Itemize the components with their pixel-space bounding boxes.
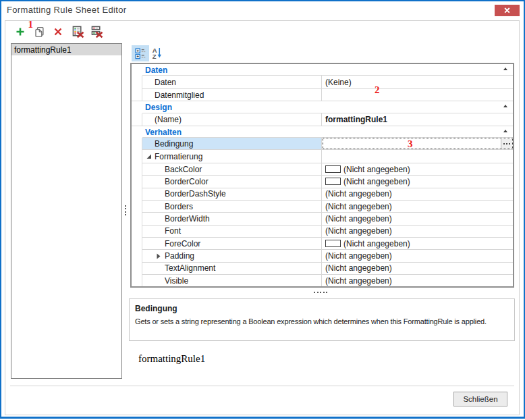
row-gutter	[132, 113, 142, 126]
property-row[interactable]: TextAlignment(Nicht angegeben)	[132, 263, 513, 275]
footer-separator	[10, 386, 514, 386]
property-row[interactable]: BackColor(Nicht angegeben)	[132, 163, 513, 176]
property-row[interactable]: Visible(Nicht angegeben)	[132, 275, 513, 286]
property-name[interactable]: Bedingung	[142, 138, 322, 150]
property-name[interactable]: BorderWidth	[142, 213, 322, 225]
description-title: Bedingung	[135, 304, 177, 313]
property-row[interactable]: Font(Nicht angegeben)	[132, 226, 513, 238]
property-row[interactable]: ForeColor(Nicht angegeben)	[132, 238, 513, 250]
collapsed-glyph-icon[interactable]	[157, 253, 161, 259]
close-icon	[504, 7, 510, 14]
row-gutter	[132, 250, 142, 262]
property-value[interactable]: (Nicht angegeben)	[322, 238, 513, 250]
rule-list-item[interactable]: formattingRule1	[11, 44, 121, 55]
annotation-3: 3	[408, 139, 413, 149]
property-row[interactable]: Formatierung	[132, 150, 513, 163]
horizontal-splitter[interactable]	[314, 292, 327, 293]
color-swatch	[325, 240, 341, 247]
property-grid: DatenDaten(Keine)DatenmitgliedDesign(Nam…	[130, 63, 514, 288]
property-value[interactable]: (Nicht angegeben)	[322, 188, 513, 201]
category-row[interactable]: Design	[132, 101, 513, 113]
property-row[interactable]: (Name)formattingRule1	[132, 113, 513, 126]
copy-rule-button[interactable]	[34, 26, 45, 37]
rule-list: formattingRule1	[11, 43, 122, 379]
row-gutter	[132, 275, 142, 286]
rule-preview-text: formattingRule1	[138, 353, 205, 365]
ellipsis-button[interactable]	[501, 139, 512, 149]
property-name[interactable]: Padding	[142, 250, 322, 262]
row-gutter	[132, 201, 142, 213]
svg-text:Z: Z	[153, 53, 157, 59]
property-value[interactable]	[322, 138, 513, 150]
row-gutter	[132, 176, 142, 188]
row-gutter	[132, 238, 142, 250]
property-value[interactable]	[322, 89, 513, 101]
row-gutter	[132, 213, 142, 225]
category-label: Design	[132, 101, 172, 113]
delete-sheet-rules-button[interactable]	[72, 26, 85, 38]
annotation-2: 2	[375, 85, 380, 95]
property-value[interactable]: (Nicht angegeben)	[322, 163, 513, 176]
row-gutter	[132, 226, 142, 238]
property-description-panel: Bedingung Gets or sets a string represen…	[129, 298, 515, 341]
property-name[interactable]: Daten	[142, 76, 322, 89]
row-gutter	[132, 163, 142, 176]
property-row[interactable]: BorderColor(Nicht angegeben)	[132, 176, 513, 188]
condition-editor[interactable]	[323, 138, 513, 149]
color-swatch	[325, 165, 341, 173]
vertical-splitter[interactable]	[125, 205, 126, 217]
property-value[interactable]: (Keine)	[322, 76, 513, 89]
property-name[interactable]: ForeColor	[142, 238, 322, 250]
delete-rule-button[interactable]	[54, 28, 62, 36]
category-label: Daten	[132, 64, 167, 76]
row-gutter	[132, 263, 142, 275]
row-gutter	[132, 150, 142, 163]
category-label: Verhalten	[132, 126, 182, 138]
property-name[interactable]: BackColor	[142, 163, 322, 176]
row-gutter	[132, 76, 142, 89]
property-value[interactable]: (Nicht angegeben)	[322, 275, 513, 286]
property-name[interactable]: Font	[142, 226, 322, 238]
property-value[interactable]: formattingRule1	[322, 113, 513, 126]
property-name[interactable]: TextAlignment	[142, 263, 322, 275]
property-value[interactable]: (Nicht angegeben)	[322, 250, 513, 262]
category-row[interactable]: Daten	[132, 64, 513, 76]
property-value[interactable]: (Nicht angegeben)	[322, 226, 513, 238]
az-sort-icon: A Z	[152, 47, 163, 59]
property-row[interactable]: Daten(Keine)	[132, 76, 513, 89]
categorized-view-button[interactable]	[132, 45, 149, 61]
categorized-icon	[135, 48, 146, 59]
collapse-arrow-icon[interactable]	[503, 105, 507, 107]
delete-row-rules-button[interactable]	[91, 26, 104, 38]
alphabetical-sort-button[interactable]: A Z	[150, 45, 165, 61]
category-row[interactable]: Verhalten	[132, 126, 513, 138]
row-gutter	[132, 138, 142, 150]
property-value[interactable]: (Nicht angegeben)	[322, 201, 513, 213]
property-row[interactable]: Borders(Nicht angegeben)	[132, 201, 513, 213]
window-close-button[interactable]	[495, 5, 520, 16]
property-value[interactable]: (Nicht angegeben)	[322, 213, 513, 225]
property-name[interactable]: BorderColor	[142, 176, 322, 188]
property-row[interactable]: Datenmitglied	[132, 89, 513, 101]
property-name[interactable]: Visible	[142, 275, 322, 286]
property-name[interactable]: BorderDashStyle	[142, 188, 322, 201]
property-name[interactable]: Datenmitglied	[142, 89, 322, 101]
schliessen-button[interactable]: Schließen	[453, 392, 507, 406]
property-name[interactable]: (Name)	[142, 113, 322, 126]
row-gutter	[132, 89, 142, 101]
property-value[interactable]	[322, 150, 513, 163]
property-name[interactable]: Formatierung	[142, 150, 322, 163]
property-row[interactable]: Padding(Nicht angegeben)	[132, 250, 513, 262]
property-value[interactable]: (Nicht angegeben)	[322, 176, 513, 188]
property-row[interactable]: BorderDashStyle(Nicht angegeben)	[132, 188, 513, 201]
property-value[interactable]: (Nicht angegeben)	[322, 263, 513, 275]
property-row[interactable]: Bedingung	[132, 138, 513, 150]
expanded-glyph-icon[interactable]	[146, 154, 152, 159]
collapse-arrow-icon[interactable]	[503, 130, 507, 132]
add-rule-button[interactable]	[16, 27, 25, 36]
property-row[interactable]: BorderWidth(Nicht angegeben)	[132, 213, 513, 225]
row-gutter	[132, 188, 142, 201]
annotation-1: 1	[28, 20, 34, 30]
property-name[interactable]: Borders	[142, 201, 322, 213]
collapse-arrow-icon[interactable]	[503, 68, 507, 70]
